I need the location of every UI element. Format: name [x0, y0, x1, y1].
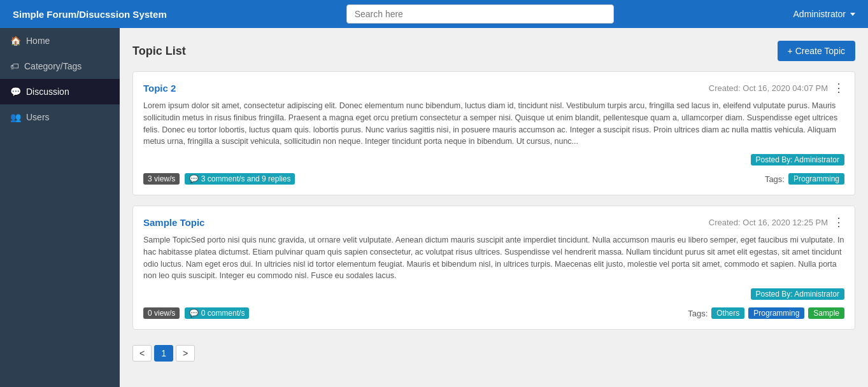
topic-2-views: 0 view/s	[143, 307, 180, 319]
topic-list-title: Topic List	[132, 45, 186, 58]
topic-card-1: Topic 2 Created: Oct 16, 2020 04:07 PM ⋮…	[132, 71, 855, 195]
topic-2-posted-by-row: Posted By: Administrator	[143, 288, 844, 302]
topic-1-created: Created: Oct 16, 2020 04:07 PM	[709, 83, 828, 93]
sidebar: 🏠 Home 🏷 Category/Tags 💬 Discussion 👥 Us…	[0, 28, 120, 387]
tag-icon: 🏷	[10, 61, 19, 71]
topic-1-tags-label: Tags:	[765, 174, 785, 184]
sidebar-item-discussion[interactable]: 💬 Discussion	[0, 79, 120, 104]
topic-1-posted-by-row: Posted By: Administrator	[143, 154, 844, 168]
topic-list-header: Topic List + Create Topic	[132, 41, 855, 61]
topic-2-tag-programming[interactable]: Programming	[748, 307, 804, 319]
topic-card-2-header: Sample Topic Created: Oct 16, 2020 12:25…	[143, 216, 844, 228]
sidebar-item-category-tags-label: Category/Tags	[24, 61, 82, 71]
navbar-user-label: Administrator	[793, 9, 846, 19]
navbar-search-container	[167, 4, 793, 24]
topic-2-comments[interactable]: 💬 0 comment/s	[185, 307, 249, 319]
topic-1-body: Lorem ipsum dolor sit amet, consectetur …	[143, 100, 844, 148]
search-input[interactable]	[346, 4, 614, 24]
topic-2-footer: 0 view/s 💬 0 comment/s Tags: Others Prog…	[143, 307, 844, 319]
topic-1-title[interactable]: Topic 2	[143, 83, 176, 94]
navbar-brand: Simple Forum/Disucssion System	[13, 9, 167, 20]
topic-2-tags-label: Tags:	[688, 309, 708, 318]
chevron-down-icon	[850, 13, 855, 16]
topic-card-1-header: Topic 2 Created: Oct 16, 2020 04:07 PM ⋮	[143, 82, 844, 94]
sidebar-item-users-label: Users	[26, 112, 50, 122]
main-content: Topic List + Create Topic Topic 2 Create…	[120, 28, 868, 387]
topic-2-created: Created: Oct 16, 2020 12:25 PM	[709, 218, 828, 227]
pagination-prev[interactable]: <	[132, 345, 152, 362]
topic-1-meta: Created: Oct 16, 2020 04:07 PM ⋮	[709, 82, 844, 94]
topic-1-posted-by: Posted By: Administrator	[751, 154, 844, 165]
users-icon: 👥	[10, 112, 21, 122]
sidebar-item-discussion-label: Discussion	[26, 87, 69, 97]
topic-1-tag-programming[interactable]: Programming	[788, 173, 844, 185]
sidebar-item-category-tags[interactable]: 🏷 Category/Tags	[0, 53, 120, 79]
layout: 🏠 Home 🏷 Category/Tags 💬 Discussion 👥 Us…	[0, 28, 868, 387]
navbar: Simple Forum/Disucssion System Administr…	[0, 0, 868, 28]
topic-2-tag-others[interactable]: Others	[711, 307, 744, 319]
topic-1-comments[interactable]: 💬 3 comment/s and 9 replies	[185, 173, 295, 185]
sidebar-item-home-label: Home	[26, 36, 50, 46]
topic-1-footer-right: Tags: Programming	[765, 173, 844, 185]
chat-icon: 💬	[10, 87, 21, 97]
topic-2-tag-sample[interactable]: Sample	[808, 307, 844, 319]
topic-2-more-icon[interactable]: ⋮	[833, 216, 844, 228]
topic-1-footer-left: 3 view/s 💬 3 comment/s and 9 replies	[143, 173, 295, 185]
topic-2-posted-by: Posted By: Administrator	[751, 288, 844, 300]
topic-2-body: Sample TopicSed porto nisi quis nunc gra…	[143, 234, 844, 282]
sidebar-item-home[interactable]: 🏠 Home	[0, 28, 120, 53]
topic-2-footer-left: 0 view/s 💬 0 comment/s	[143, 307, 249, 319]
topic-1-more-icon[interactable]: ⋮	[833, 82, 844, 94]
create-topic-button[interactable]: + Create Topic	[778, 41, 855, 61]
topic-1-footer: 3 view/s 💬 3 comment/s and 9 replies Tag…	[143, 173, 844, 185]
home-icon: 🏠	[10, 36, 21, 46]
topic-2-meta: Created: Oct 16, 2020 12:25 PM ⋮	[709, 216, 844, 228]
topic-card-2: Sample Topic Created: Oct 16, 2020 12:25…	[132, 206, 855, 330]
topic-2-title[interactable]: Sample Topic	[143, 217, 204, 228]
topic-1-views: 3 view/s	[143, 173, 180, 185]
navbar-user-menu[interactable]: Administrator	[793, 9, 855, 19]
sidebar-item-users[interactable]: 👥 Users	[0, 104, 120, 130]
topic-2-footer-right: Tags: Others Programming Sample	[688, 307, 844, 319]
pagination-next[interactable]: >	[176, 345, 195, 362]
pagination: < 1 >	[132, 340, 855, 367]
pagination-page-1[interactable]: 1	[154, 345, 173, 362]
